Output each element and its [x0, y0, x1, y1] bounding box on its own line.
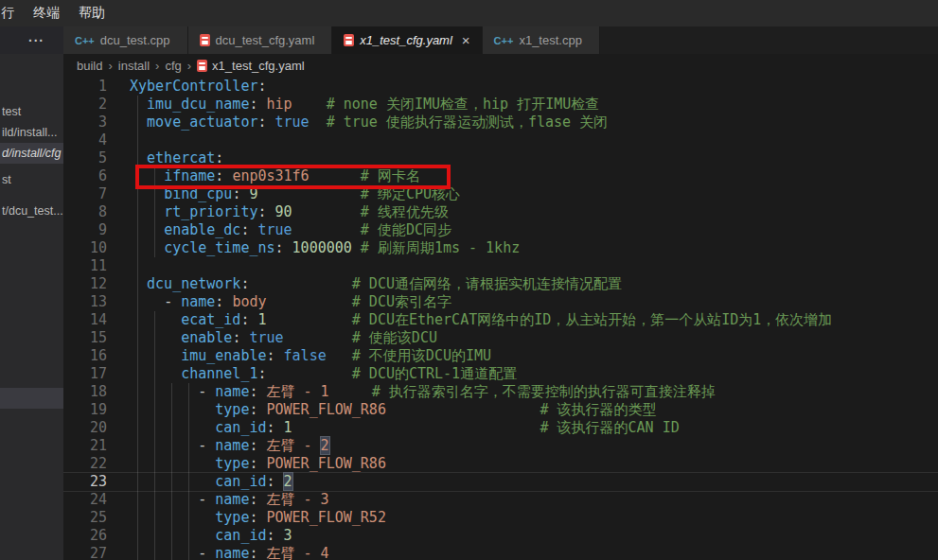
code-line[interactable]: 15 enable: true # 使能该DCU — [63, 329, 938, 347]
code-token: POWER_FLOW_R52 — [267, 509, 386, 526]
code-editor[interactable]: 1XyberController:2 imu_dcu_name: hip # n… — [63, 78, 938, 560]
code-token: false — [284, 347, 327, 364]
tab-label: dcu_test_cfg.yaml — [216, 33, 315, 47]
code-token: enable — [181, 329, 232, 346]
code-line-content: - name: 左臂 - 3 — [107, 491, 329, 508]
sidebar-item[interactable]: st — [0, 169, 63, 190]
code-line[interactable]: 17 channel_1: # DCU的CTRL-1通道配置 — [63, 365, 938, 383]
line-number: 25 — [63, 509, 107, 527]
code-line[interactable]: 11 — [63, 257, 938, 275]
code-token — [310, 114, 327, 131]
code-line[interactable]: 21 - name: 左臂 - 2 — [63, 437, 938, 455]
code-line[interactable]: 13 - name: body # DCU索引名字 — [63, 293, 938, 311]
menu-bar: 行终端帮助 — [0, 0, 938, 26]
code-line[interactable]: 1XyberController: — [63, 78, 938, 96]
code-line[interactable]: 3 move_actuator: true # true 使能执行器运动测试，f… — [63, 114, 938, 131]
code-line[interactable]: 8 rt_priority: 90 # 线程优先级 — [63, 203, 938, 221]
code-token: can_id — [215, 473, 266, 490]
code-line[interactable]: 25 type: POWER_FLOW_R52 — [63, 509, 938, 527]
code-line[interactable]: 2 imu_dcu_name: hip # none 关闭IMU检查，hip 打… — [63, 96, 938, 114]
line-number: 3 — [63, 114, 107, 131]
sidebar-item[interactable]: d/install/cfg — [0, 143, 63, 164]
code-token: 左臂 - 4 — [267, 545, 329, 560]
code-token — [130, 96, 147, 113]
code-token: : — [249, 96, 266, 113]
menu-item-0[interactable]: 行 — [0, 5, 24, 22]
breadcrumb-separator-icon: › — [155, 59, 159, 73]
code-token — [130, 347, 181, 364]
code-line-content: can_id: 2 — [107, 473, 292, 490]
tab-bar: C++dcu_test.cppdcu_test_cfg.yamlx1_test_… — [63, 26, 938, 54]
code-token: : — [249, 509, 266, 526]
tab-x1_test.cpp[interactable]: C++x1_test.cpp — [483, 26, 600, 54]
code-token — [284, 329, 352, 346]
code-token: : — [257, 203, 274, 220]
code-line[interactable]: 18 - name: 左臂 - 1 # 执行器索引名字，不需要控制的执行器可直接… — [63, 383, 938, 401]
menu-item-2[interactable]: 帮助 — [69, 5, 115, 22]
line-number: 20 — [63, 419, 107, 437]
code-line[interactable]: 26 can_id: 3 — [63, 527, 938, 545]
tab-dcu_test_cfg.yaml[interactable]: dcu_test_cfg.yaml — [188, 26, 333, 54]
code-line[interactable]: 27 - name: 左臂 - 4 — [63, 545, 938, 560]
code-token: # 使能该DCU — [352, 329, 437, 346]
sidebar-item[interactable]: ild/install... — [0, 122, 63, 143]
tab-dcu_test.cpp[interactable]: C++dcu_test.cpp — [63, 26, 188, 54]
code-token: # DCU的CTRL-1通道配置 — [352, 365, 517, 382]
code-token — [130, 221, 164, 238]
code-line-content: - name: 左臂 - 2 — [107, 437, 329, 454]
line-number: 6 — [63, 167, 107, 185]
more-actions-icon[interactable]: ··· — [28, 33, 44, 48]
code-token — [130, 114, 147, 131]
code-line[interactable]: 23 can_id: 2 — [63, 473, 938, 491]
breadcrumb-segment[interactable]: cfg — [165, 59, 181, 73]
yaml-icon — [200, 34, 210, 46]
code-token: body — [232, 293, 266, 310]
code-line[interactable]: 22 type: POWER_FLOW_R86 — [63, 455, 938, 473]
code-token: rt_priority — [164, 203, 257, 220]
line-number: 23 — [63, 473, 107, 491]
line-number: 22 — [63, 455, 107, 473]
tab-label: x1_test.cpp — [519, 33, 582, 47]
line-number: 9 — [63, 221, 107, 239]
code-line[interactable]: 14 ecat_id: 1 # DCU在EtherCAT网络中的ID，从主站开始… — [63, 311, 938, 329]
line-number: 7 — [63, 185, 107, 203]
breadcrumb-file[interactable]: x1_test_cfg.yaml — [197, 59, 305, 73]
sidebar-item[interactable] — [0, 388, 63, 409]
code-token: dcu_network — [147, 275, 240, 292]
code-token — [130, 383, 198, 400]
code-token: imu_enable — [181, 347, 266, 364]
tab-x1_test_cfg.yaml[interactable]: x1_test_cfg.yaml× — [332, 26, 482, 54]
code-line[interactable]: 9 enable_dc: true # 使能DC同步 — [63, 221, 938, 239]
line-number: 18 — [63, 383, 107, 401]
code-token — [352, 239, 361, 256]
code-token: - — [198, 437, 215, 454]
code-line[interactable]: 10 cycle_time_ns: 1000000 # 刷新周期1ms - 1k… — [63, 239, 938, 257]
code-line-content: move_actuator: true # true 使能执行器运动测试，fla… — [107, 114, 608, 131]
code-line[interactable]: 16 imu_enable: false # 不使用该DCU的IMU — [63, 347, 938, 365]
sidebar: ··· testild/install...d/install/cfgstt/d… — [0, 26, 63, 560]
code-token — [292, 203, 361, 220]
code-line-content: type: POWER_FLOW_R52 — [107, 509, 386, 526]
breadcrumb-segment[interactable]: build — [77, 59, 102, 73]
menu-item-1[interactable]: 终端 — [24, 5, 69, 22]
breadcrumb-segment[interactable]: install — [118, 59, 150, 73]
code-line[interactable]: 20 can_id: 1 # 该执行器的CAN ID — [63, 419, 938, 437]
code-token: true — [257, 221, 292, 238]
code-token: - — [198, 383, 215, 400]
sidebar-item[interactable]: test — [0, 101, 63, 122]
code-token — [249, 275, 351, 292]
code-token — [130, 473, 215, 490]
code-token: : — [249, 437, 266, 454]
line-number: 13 — [63, 293, 107, 311]
line-number: 26 — [63, 527, 107, 545]
code-line-content: - name: 左臂 - 1 # 执行器索引名字，不需要控制的执行器可直接注释掉 — [107, 383, 716, 400]
line-number: 4 — [63, 131, 107, 149]
code-token: XyberController — [130, 78, 257, 95]
sidebar-item[interactable]: t/dcu_test... — [0, 201, 63, 221]
code-line[interactable]: 12 dcu_network: # DCU通信网络，请根据实机连接情况配置 — [63, 275, 938, 293]
code-line[interactable]: 19 type: POWER_FLOW_R86 # 该执行器的类型 — [63, 401, 938, 419]
code-token — [292, 419, 540, 436]
code-line[interactable]: 4 — [63, 131, 938, 149]
close-icon[interactable]: × — [462, 33, 470, 47]
code-line[interactable]: 24 - name: 左臂 - 3 — [63, 491, 938, 509]
